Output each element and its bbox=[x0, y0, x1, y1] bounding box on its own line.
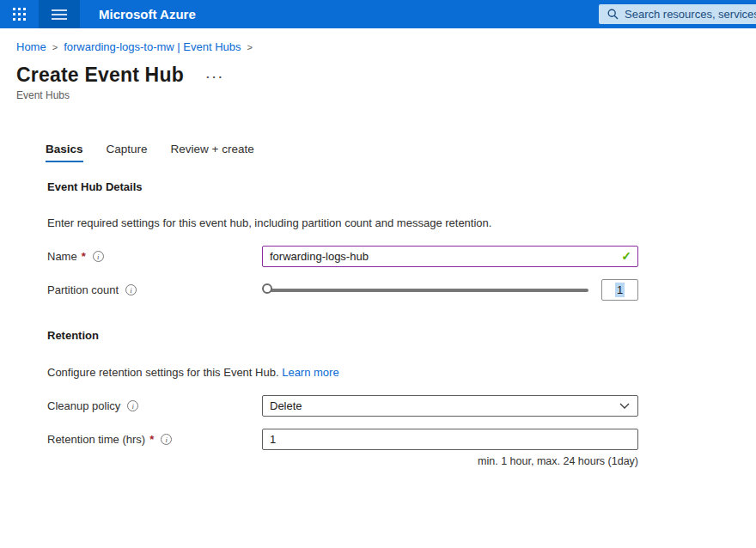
azure-top-bar: Microsoft Azure bbox=[0, 0, 756, 28]
name-input[interactable] bbox=[262, 246, 638, 267]
retention-time-field-wrapper bbox=[262, 429, 638, 450]
learn-more-link[interactable]: Learn more bbox=[282, 366, 338, 379]
chevron-down-icon bbox=[619, 403, 630, 409]
event-hub-details-description: Enter required settings for this event h… bbox=[47, 216, 756, 229]
breadcrumb-separator-icon: > bbox=[247, 42, 253, 52]
retention-time-hint: min. 1 hour, max. 24 hours (1day) bbox=[47, 455, 638, 467]
partition-count-label-group: Partition count i bbox=[47, 283, 262, 296]
partition-count-value: 1 bbox=[615, 283, 625, 297]
tab-review-create[interactable]: Review + create bbox=[171, 143, 254, 162]
global-search-box[interactable] bbox=[599, 4, 756, 24]
search-icon bbox=[607, 9, 619, 20]
slider-handle[interactable] bbox=[262, 283, 272, 294]
hamburger-icon bbox=[52, 9, 67, 20]
cleanup-policy-label: Cleanup policy bbox=[47, 399, 120, 412]
retention-time-input[interactable] bbox=[262, 429, 638, 450]
azure-brand-title: Microsoft Azure bbox=[99, 7, 196, 21]
cleanup-policy-value: Delete bbox=[270, 399, 302, 412]
name-field-wrapper: ✓ bbox=[262, 246, 638, 267]
retention-heading: Retention bbox=[47, 329, 756, 342]
name-label-group: Name* i bbox=[47, 250, 262, 263]
name-field-row: Name* i ✓ bbox=[47, 246, 638, 267]
breadcrumb-home-link[interactable]: Home bbox=[16, 40, 46, 53]
tab-basics[interactable]: Basics bbox=[46, 143, 83, 162]
retention-time-info-icon[interactable]: i bbox=[161, 434, 172, 445]
required-asterisk: * bbox=[149, 433, 154, 446]
cleanup-policy-label-group: Cleanup policy i bbox=[47, 399, 262, 412]
required-asterisk: * bbox=[82, 250, 86, 263]
partition-count-slider[interactable] bbox=[262, 283, 590, 297]
retention-description: Configure retention settings for this Ev… bbox=[47, 366, 756, 379]
retention-description-text: Configure retention settings for this Ev… bbox=[47, 366, 279, 379]
breadcrumb: Home > forwarding-logs-to-mw | Event Hub… bbox=[16, 40, 756, 53]
page-subtitle: Event Hubs bbox=[16, 89, 756, 101]
cleanup-policy-dropdown[interactable]: Delete bbox=[262, 395, 638, 417]
breadcrumb-separator-icon: > bbox=[52, 42, 58, 52]
search-input[interactable] bbox=[625, 8, 756, 21]
page-title: Create Event Hub bbox=[16, 64, 184, 87]
more-options-icon[interactable]: ··· bbox=[206, 68, 225, 82]
name-label: Name bbox=[47, 250, 77, 263]
validation-check-icon: ✓ bbox=[621, 249, 631, 263]
cleanup-policy-row: Cleanup policy i Delete bbox=[47, 395, 638, 417]
retention-time-row: Retention time (hrs)* i bbox=[47, 429, 638, 450]
partition-count-input[interactable]: 1 bbox=[601, 279, 638, 301]
retention-time-label: Retention time (hrs) bbox=[47, 433, 145, 446]
event-hub-details-heading: Event Hub Details bbox=[47, 180, 756, 193]
name-info-icon[interactable]: i bbox=[93, 251, 104, 262]
slider-track[interactable] bbox=[270, 289, 588, 292]
breadcrumb-namespace-link[interactable]: forwarding-logs-to-mw | Event Hubs bbox=[64, 40, 241, 53]
retention-time-label-group: Retention time (hrs)* i bbox=[47, 433, 262, 446]
tab-capture[interactable]: Capture bbox=[107, 143, 148, 162]
hamburger-menu-button[interactable] bbox=[39, 0, 80, 28]
partition-count-label: Partition count bbox=[47, 283, 119, 296]
partition-count-info-icon[interactable]: i bbox=[125, 284, 137, 295]
waffle-menu-button[interactable] bbox=[0, 0, 39, 28]
wizard-tabs: Basics Capture Review + create bbox=[46, 143, 756, 162]
page-header: Create Event Hub ··· bbox=[16, 64, 756, 87]
cleanup-policy-info-icon[interactable]: i bbox=[127, 400, 138, 411]
partition-count-row: Partition count i 1 bbox=[47, 279, 638, 301]
waffle-icon bbox=[13, 8, 26, 21]
